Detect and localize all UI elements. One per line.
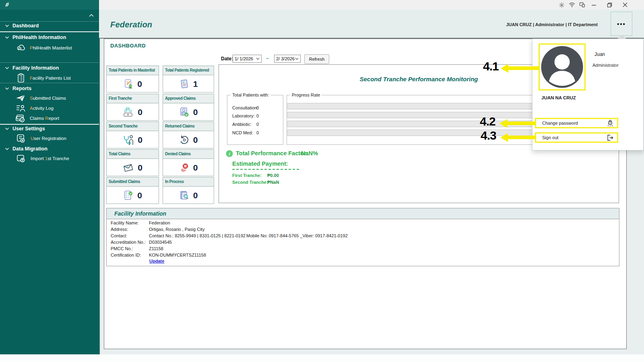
stat-card-value: 0 [137,191,142,200]
stat-card-label: In Process [163,177,214,187]
app-header: Federation JUAN CRUZ | Administrator | I… [99,10,644,39]
facility-row-value: Z11158 [149,246,163,251]
patients-with-row-value: 0 [256,113,259,118]
stat-card-value: 0 [193,107,198,117]
facility-row-label: Accreditation No.: [111,240,146,245]
info-icon: i [226,150,233,157]
person-silhouette-icon [541,46,583,88]
patients-with-row-value: 0 [256,130,259,135]
profile-avatar[interactable] [539,43,586,90]
sidebar-collapse-button[interactable] [88,13,95,19]
refresh-button[interactable]: Refresh [304,54,329,64]
sidebar-item-import-1st-tranche[interactable]: Import 1st Tranche [16,153,69,164]
sidebar-item-label: Import 1st Tranche [31,156,69,161]
minimize-icon[interactable] [588,0,600,10]
stethoscope-person-icon [123,135,134,145]
facility-update-link[interactable]: Update [149,259,164,263]
sidebar-section-facility-information[interactable]: Facility Information [5,64,59,72]
stat-card-value: 0 [193,191,198,200]
stat-card-value: 0 [138,135,142,145]
stat-card-label: Returned Claims [163,122,214,131]
stat-card-label: Second Tranche [107,122,159,131]
sidebar-item-user-registration[interactable]: User Registration [16,133,66,144]
facility-row-label: Contact: [111,233,127,238]
profile-first-name: Juan [594,51,605,57]
stat-card-in-process: In Process 0 [163,177,214,204]
estimated-payment-title: Estimated Payment: [232,160,288,167]
facility-row-label: Facility Name: [111,220,139,225]
profile-role: Administrator [592,63,619,68]
sidebar-item-label: User Registration [31,136,66,141]
app-leaf-icon [4,2,10,8]
cloud-search-icon [16,43,26,52]
sidebar-item-claims-report[interactable]: Claims Report [15,113,59,123]
annotation-label-4-3: 4.3 [481,129,496,142]
profile-more-button[interactable]: ••• [611,12,632,36]
sidebar-item-label: PhilHealth Masterlist [30,45,72,50]
submitted-checklist-icon [123,190,134,201]
stat-card-value: 0 [137,79,142,89]
masterlist-doc-icon [123,79,134,89]
sidebar-item-facility-patients-list[interactable]: Facility Patients List [17,73,71,83]
sidebar-item-activity-log[interactable]: Activity Log [16,103,54,113]
change-password-button[interactable]: Change password [535,118,618,128]
sidebar-section-data-migration[interactable]: Data Migration [5,145,47,153]
stat-card-value: 0 [138,107,142,117]
stat-card-submitted-claims: Submitted Claims 0 [106,177,159,204]
sidebar-section-label: User Settings [12,126,45,132]
stat-card-label: Total Claims [107,150,159,159]
total-patients-with-groupbox: Total Patients with: [227,95,283,145]
stat-card-value: 0 [193,135,198,145]
stat-card-second-tranche: Second Tranche 0 [106,121,159,148]
date-to-select[interactable]: 2/ 3/2026 [274,55,301,63]
chevron-down-icon [5,66,9,70]
facility-row-label: PMCC No.: [111,246,133,251]
annotation-arrow-shaft-4-1 [508,66,540,70]
patients-with-row-label: NCD Med: [232,130,253,135]
first-tranche-desk-icon [123,107,134,117]
sign-out-button[interactable]: Sign out [535,132,618,143]
import-upload-icon [16,154,26,163]
close-icon[interactable] [619,0,631,10]
facility-panel-title: Facility Information [107,208,619,219]
sign-out-label: Sign out [542,135,558,140]
chevron-down-icon [5,24,9,27]
stat-card-value: 0 [138,163,142,173]
sidebar-item-label: Claims Report [30,116,59,121]
sidebar-item-label: Activity Log [30,106,54,111]
sidebar-item-submitted-claims[interactable]: Submitted Claims [15,93,66,103]
patients-with-row-label: Laboratory: [232,113,255,118]
stat-card-value: 0 [193,163,198,173]
chevron-down-icon [5,87,9,90]
stat-card-denied-claims: Denied Claims 0 [163,149,214,176]
stat-card-total-patients-registered: Total Patients Registered 1 [163,66,214,93]
sign-out-exit-icon [606,134,613,141]
sidebar-section-philhealth-information[interactable]: PhilHealth Information [5,33,66,41]
restore-icon[interactable] [603,0,615,10]
date-from-value: 1/ 1/2026 [235,56,253,61]
bottom-strip [0,354,644,362]
total-performance-label: Total Performance Factor: [236,150,308,156]
date-filter-label: Date: [221,56,233,62]
stat-card-label: Total Patients Registered [163,66,214,75]
stat-card-total-patients-masterlist: Total Patients in Masterlist 0 [106,66,159,93]
sidebar-item-label: Facility Patients List [30,76,71,80]
patients-with-row-label: Consultation: [232,105,258,110]
facility-row-value-mobile: Mobile No: 0917-844-5765 _Viber: 0917-84… [246,233,348,238]
sidebar-item-philhealth-masterlist[interactable]: PhilHealth Masterlist [16,43,72,53]
estimated-payment-row-value: ₱NaN [267,180,279,185]
stat-card-label: Denied Claims [163,150,214,159]
sidebar-section-label: Dashboard [12,23,39,29]
page-title: DASHBOARD [110,43,146,49]
chevron-down-icon [5,36,9,39]
return-arrow-icon [179,135,190,145]
sidebar-section-user-settings[interactable]: User Settings [5,125,45,133]
user-info-text: JUAN CRUZ | Administrator | IT Departmen… [506,22,598,27]
date-from-select[interactable]: 1/ 1/2026 [233,55,262,63]
devices-icon[interactable] [576,0,588,10]
facility-row-label: Address: [111,227,128,232]
denied-thumb-icon [179,162,190,173]
sidebar-section-reports[interactable]: Reports [5,84,31,93]
sidebar-section-dashboard[interactable]: Dashboard [5,21,39,30]
stat-card-total-claims: Total Claims 0 [106,149,159,176]
